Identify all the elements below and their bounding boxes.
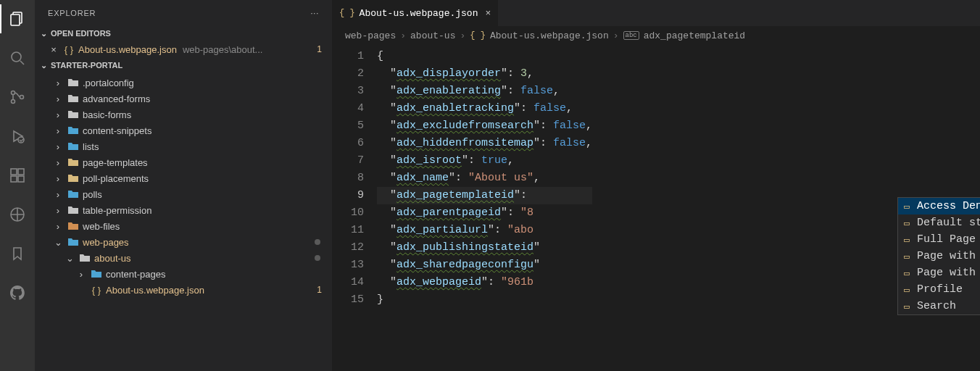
breadcrumb[interactable]: web-pages› about-us› { } About-us.webpag… [332,26,980,45]
activity-debug-icon[interactable] [0,123,35,149]
tree-item[interactable]: ›page-templates [35,154,332,170]
line-number-gutter: 123456789101112131415 [332,45,377,371]
explorer-more-icon[interactable]: ··· [310,9,319,17]
tree-item[interactable]: ›basic-forms [35,107,332,122]
suggest-item[interactable]: ▭Page with child links [898,248,980,264]
svg-point-2 [12,52,21,62]
svg-rect-1 [11,14,20,25]
explorer-sidebar: EXPLORER ··· ⌄ OPEN EDITORS × { } About-… [35,0,332,371]
activity-bar [0,0,35,371]
activity-github-icon[interactable] [0,280,35,306]
json-icon: { } [470,30,486,41]
json-icon: { } [339,8,355,18]
code-content[interactable]: { "adx_displayorder": 3, "adx_enablerati… [377,45,592,371]
open-editors-section[interactable]: ⌄ OPEN EDITORS [35,25,332,41]
explorer-title: EXPLORER [48,9,96,17]
tree-item[interactable]: ›content-snippets [35,122,332,138]
editor-tab[interactable]: { } About-us.webpage.json × [332,0,499,26]
svg-rect-11 [18,176,24,182]
svg-point-6 [20,96,24,99]
workspace-section[interactable]: ⌄ STARTER-PORTAL [35,57,332,73]
svg-point-5 [12,100,15,104]
tree-item[interactable]: { }About-us.webpage.json1 [35,282,332,298]
suggest-item[interactable]: ▭Default studio template [898,214,980,231]
activity-remote-icon[interactable] [0,201,35,228]
tree-item[interactable]: ⌄about-us [35,250,332,266]
tab-bar: { } About-us.webpage.json × [332,0,980,26]
tree-item[interactable]: ›web-files [35,218,332,234]
suggest-item[interactable]: ▭Full Page [898,231,980,248]
symbol-string-icon: abc [623,31,639,40]
activity-extensions-icon[interactable] [0,162,35,188]
chevron-down-icon: ⌄ [38,61,49,70]
tree-item[interactable]: ›advanced-forms [35,91,332,107]
open-editor-item[interactable]: × { } About-us.webpage.json web-pages\ab… [35,41,332,57]
svg-rect-9 [11,169,17,175]
tree-item[interactable]: ›table-permission [35,202,332,218]
activity-search-icon[interactable] [0,45,35,71]
activity-bookmark-icon[interactable] [0,241,35,267]
close-icon[interactable]: × [485,8,491,19]
autocomplete-popup[interactable]: ▭Access Denied▭Default studio template▭F… [897,197,980,315]
chevron-down-icon: ⌄ [38,29,49,38]
svg-rect-10 [11,176,17,182]
suggest-item[interactable]: ▭Access Denied [898,198,980,214]
svg-rect-12 [18,169,24,175]
editor-area: { } About-us.webpage.json × web-pages› a… [332,0,980,371]
svg-line-3 [20,61,24,64]
tree-item[interactable]: ›poll-placements [35,170,332,186]
suggest-item[interactable]: ▭Profile [898,281,980,298]
tree-item[interactable]: ›content-pages [35,266,332,282]
activity-scm-icon[interactable] [0,84,35,110]
close-icon[interactable]: × [48,44,59,55]
suggest-item[interactable]: ▭Page with title [898,264,980,281]
json-icon: { } [62,44,75,55]
tree-item[interactable]: ›lists [35,138,332,154]
activity-files-icon[interactable] [0,6,35,32]
svg-point-4 [12,91,15,95]
suggest-item[interactable]: ▭Search [898,298,980,314]
tree-item[interactable]: ⌄web-pages [35,234,332,250]
tree-item[interactable]: ›polls [35,186,332,202]
tree-item[interactable]: ›.portalconfig [35,75,332,91]
